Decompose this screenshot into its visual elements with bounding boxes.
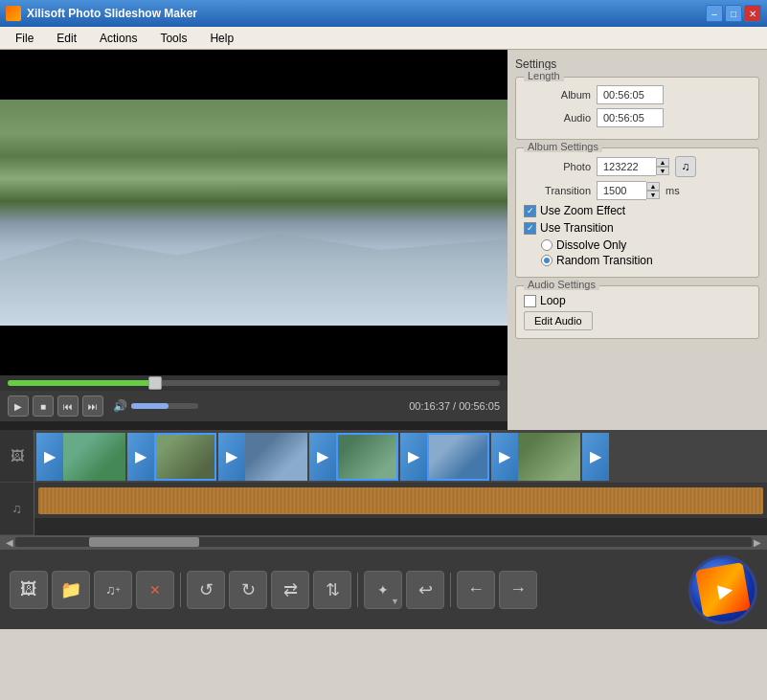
logo-play-icon: ▶ — [715, 576, 733, 601]
transition-arrow: ▶ — [127, 433, 154, 481]
settings-panel: Settings Length Album Audio Album Settin… — [508, 50, 767, 430]
audio-value[interactable] — [597, 108, 664, 127]
list-item: ▶ — [36, 433, 125, 481]
album-row: Album — [524, 85, 751, 104]
ms-label: ms — [665, 185, 680, 196]
undo-button[interactable]: ↩ — [406, 571, 444, 609]
music-button[interactable]: ♫ — [675, 156, 696, 177]
audio-label: Audio — [524, 112, 591, 124]
audio-waveform — [38, 487, 763, 514]
menu-actions[interactable]: Actions — [88, 30, 148, 47]
thumb-1[interactable] — [63, 433, 125, 481]
photo-label: Photo — [524, 161, 591, 172]
photo-down-btn[interactable]: ▼ — [656, 167, 669, 175]
effect-button[interactable]: ✦ ▼ — [364, 571, 402, 609]
flip-h-button[interactable]: ⇄ — [271, 571, 309, 609]
photo-track[interactable]: ▶ ▶ ▶ ▶ ▶ — [34, 430, 767, 484]
add-folder-button[interactable]: 📁 — [52, 571, 90, 609]
close-button[interactable]: ✕ — [744, 5, 761, 22]
logo-inner: ▶ — [695, 562, 751, 618]
minimize-button[interactable]: – — [706, 5, 723, 22]
list-item: ▶ — [309, 433, 398, 481]
transition-up-btn[interactable]: ▲ — [646, 182, 660, 191]
back-button[interactable]: ← — [457, 571, 495, 609]
zoom-effect-checkbox[interactable]: ✓ — [524, 205, 536, 217]
use-transition-label: Use Transition — [540, 221, 614, 235]
random-transition-label: Random Transition — [556, 254, 653, 267]
next-button[interactable]: ⏭ — [82, 395, 103, 417]
volume-bar[interactable] — [131, 403, 198, 409]
thumb-3[interactable] — [245, 433, 307, 481]
app-icon — [6, 6, 21, 21]
loop-row: Loop — [524, 294, 751, 307]
thumb-2[interactable] — [154, 433, 216, 481]
volume-area: 🔊 — [113, 399, 198, 413]
photo-spinner-btns: ▲ ▼ — [656, 158, 669, 175]
timeline-header: 🖼 ♫ ▶ ▶ ▶ ▶ — [0, 430, 767, 535]
audio-track-icon: ♫ — [0, 483, 34, 535]
rotate-ccw-button[interactable]: ↺ — [187, 571, 225, 609]
photo-row: Photo ▲ ▼ ♫ — [524, 156, 751, 177]
album-value[interactable] — [597, 85, 664, 104]
transition-arrow: ▶ — [400, 433, 427, 481]
app-title: Xilisoft Photo Slideshow Maker — [27, 7, 706, 20]
add-photo-button[interactable]: 🖼 — [10, 571, 48, 609]
dissolve-only-row: Dissolve Only — [541, 238, 751, 252]
use-transition-checkbox[interactable]: ✓ — [524, 222, 536, 235]
photo-up-btn[interactable]: ▲ — [656, 158, 669, 167]
photo-value[interactable] — [597, 157, 656, 176]
dissolve-only-label: Dissolve Only — [556, 238, 626, 252]
list-item: ▶ — [491, 433, 580, 481]
menu-tools[interactable]: Tools — [148, 30, 198, 47]
prev-button[interactable]: ⏮ — [57, 395, 79, 417]
add-music-button[interactable]: ♫+ — [94, 571, 132, 609]
seek-thumb[interactable] — [148, 376, 162, 390]
audio-settings-group: Audio Settings Loop Edit Audio — [515, 285, 759, 339]
xilisoft-logo: ▶ — [688, 555, 757, 624]
random-transition-radio[interactable] — [541, 255, 553, 266]
photo-spinner: ▲ ▼ — [597, 157, 669, 176]
menu-help[interactable]: Help — [198, 30, 245, 47]
album-settings-group: Album Settings Photo ▲ ▼ ♫ Transition — [515, 147, 759, 278]
zoom-effect-label: Use Zoom Effect — [540, 204, 625, 217]
thumb-5[interactable] — [427, 433, 489, 481]
use-transition-row: ✓ Use Transition — [524, 221, 751, 235]
separator-2 — [357, 573, 358, 607]
loop-checkbox[interactable] — [524, 295, 536, 307]
separator-3 — [450, 573, 451, 607]
transition-down-btn[interactable]: ▼ — [646, 191, 660, 199]
audio-settings-label: Audio Settings — [524, 279, 599, 290]
forward-button[interactable]: → — [499, 571, 537, 609]
zoom-check-mark: ✓ — [527, 206, 534, 215]
stop-button[interactable]: ■ — [33, 395, 54, 417]
delete-button[interactable]: ✕ — [136, 571, 174, 609]
maximize-button[interactable]: □ — [725, 5, 742, 22]
scroll-track[interactable] — [15, 537, 752, 547]
settings-heading: Settings — [515, 57, 759, 71]
play-button[interactable]: ▶ — [8, 395, 29, 417]
transition-check-mark: ✓ — [527, 223, 534, 233]
seek-bar[interactable] — [8, 380, 500, 386]
menu-edit[interactable]: Edit — [45, 30, 88, 47]
video-letterbox-bottom — [0, 326, 508, 375]
edit-audio-row: Edit Audio — [524, 311, 751, 330]
scroll-right-arrow[interactable]: ▶ — [752, 537, 763, 548]
transition-arrow: ▶ — [582, 433, 609, 481]
random-transition-row: Random Transition — [541, 254, 751, 267]
title-bar: Xilisoft Photo Slideshow Maker – □ ✕ — [0, 0, 767, 27]
dissolve-only-radio[interactable] — [541, 239, 553, 251]
scroll-thumb[interactable] — [89, 537, 199, 547]
transition-arrow: ▶ — [309, 433, 336, 481]
list-item: ▶ — [400, 433, 489, 481]
thumb-6[interactable] — [518, 433, 580, 481]
flip-v-button[interactable]: ⇅ — [313, 571, 351, 609]
thumb-4[interactable] — [336, 433, 398, 481]
loop-label: Loop — [540, 294, 566, 307]
menu-file[interactable]: File — [4, 30, 45, 47]
edit-audio-button[interactable]: Edit Audio — [524, 311, 593, 330]
volume-fill — [131, 403, 169, 409]
scroll-left-arrow[interactable]: ◀ — [4, 537, 15, 548]
rotate-cw-button[interactable]: ↻ — [229, 571, 267, 609]
transition-value[interactable] — [597, 181, 646, 200]
list-item: ▶ — [218, 433, 307, 481]
